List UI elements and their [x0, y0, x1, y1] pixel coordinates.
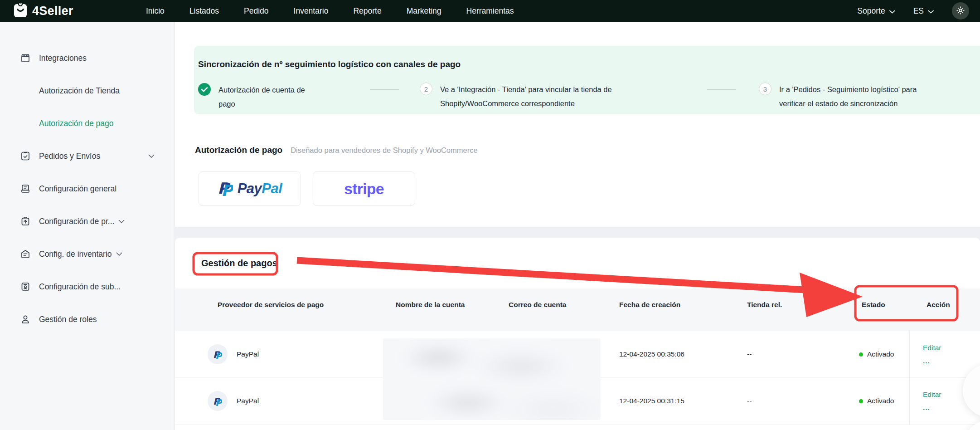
step-label: Ve a 'Integración - Tienda' para vincula…: [440, 83, 613, 111]
sidebar-item-label: Autorización de Tienda: [39, 86, 120, 96]
nav-inventario[interactable]: Inventario: [294, 6, 329, 16]
brand[interactable]: 4Seller: [14, 0, 73, 22]
check-circle-icon: [198, 83, 211, 98]
person-icon: [20, 314, 31, 325]
chevron-down-icon: [118, 220, 125, 224]
nav-inicio[interactable]: Inicio: [146, 6, 165, 16]
col-action: Acción: [927, 298, 950, 312]
printer-icon: [20, 183, 31, 194]
brand-name: 4Seller: [32, 4, 73, 18]
settings-button[interactable]: [952, 2, 969, 20]
storefront-icon: [20, 53, 31, 64]
step-1: Autorización de cuenta de pago: [198, 83, 315, 111]
paypal-mark-icon: P P: [218, 179, 233, 199]
nav-herramientas[interactable]: Herramientas: [466, 6, 514, 16]
col-store: Tienda rel.: [747, 298, 782, 312]
paypal-logo-icon: P P: [208, 391, 228, 411]
paypal-card[interactable]: P P PayPal: [199, 171, 301, 206]
provider-cell: P P PayPal: [208, 391, 259, 411]
store-cell: --: [747, 350, 752, 358]
provider-name: PayPal: [237, 350, 259, 358]
svg-text:P: P: [221, 181, 233, 197]
payment-auth-header: Autorización de pago Diseñado para vende…: [195, 145, 478, 155]
step-connector: [707, 89, 736, 90]
action-cell: Editar ...: [923, 341, 941, 367]
col-provider: Proveedor de servicios de pago: [218, 298, 324, 312]
navbar-right: Soporte ES: [857, 0, 969, 22]
language-label: ES: [913, 6, 924, 16]
nav-listados[interactable]: Listados: [189, 6, 219, 16]
nav-marketing[interactable]: Marketing: [407, 6, 441, 16]
chevron-down-icon: [928, 6, 934, 16]
created-cell: 12-04-2025 00:31:15: [619, 397, 684, 405]
paypal-logo-icon: P P: [208, 344, 228, 364]
sidebar-item-configuracion-productos[interactable]: Configuración de pr...: [0, 205, 174, 238]
top-navbar: 4Seller Inicio Listados Pedido Inventari…: [0, 0, 980, 22]
more-actions-button[interactable]: ...: [923, 401, 941, 414]
status-dot: [859, 399, 863, 403]
clipboard-up-icon: [20, 216, 31, 227]
step-number: 3: [759, 83, 771, 95]
step-label: Ir a 'Pedidos - Seguimiento logístico' p…: [779, 83, 935, 111]
soporte-menu[interactable]: Soporte: [857, 6, 895, 16]
chevron-down-icon: [116, 252, 122, 256]
payments-title: Gestión de pagos: [201, 258, 277, 269]
svg-text:P: P: [215, 397, 222, 406]
status-cell: Activado: [859, 350, 894, 358]
status-text: Activado: [867, 397, 894, 405]
sidebar-item-autorizacion-pago[interactable]: Autorización de pago: [0, 107, 174, 140]
sidebar-item-gestion-roles[interactable]: Gestión de roles: [0, 303, 174, 336]
status-text: Activado: [867, 350, 894, 358]
soporte-label: Soporte: [857, 6, 885, 16]
sidebar-item-label: Configuración de sub...: [39, 282, 121, 292]
edit-link[interactable]: Editar: [923, 388, 941, 401]
chevron-down-icon: [148, 154, 155, 158]
4seller-logo-icon: [14, 2, 27, 20]
sidebar-item-config-inventario[interactable]: Config. de inventario: [0, 238, 174, 270]
sidebar-item-integraciones[interactable]: Integraciones: [0, 42, 174, 74]
step-connector: [370, 89, 399, 90]
provider-name: PayPal: [237, 397, 259, 405]
svg-text:P: P: [215, 351, 222, 360]
language-menu[interactable]: ES: [913, 6, 934, 16]
sync-steps-banner: Sincronización de nº seguimiento logísti…: [194, 46, 980, 114]
section-subtitle: Diseñado para vendedores de Shopify y Wo…: [291, 146, 477, 155]
status-cell: Activado: [859, 397, 894, 405]
sidebar-item-configuracion-general[interactable]: Configuración general: [0, 172, 174, 205]
sidebar: Integraciones Autorización de Tienda Aut…: [0, 22, 174, 430]
nav-pedido[interactable]: Pedido: [244, 6, 269, 16]
table-header: Proveedor de servicios de pago Nombre de…: [175, 288, 980, 331]
sidebar-item-label: Configuración general: [39, 184, 116, 194]
redacted-account-info: [383, 338, 601, 420]
edit-link[interactable]: Editar: [923, 341, 941, 354]
sidebar-item-label: Gestión de roles: [39, 315, 97, 324]
sidebar-item-label: Autorización de pago: [39, 119, 113, 128]
sidebar-item-label: Integraciones: [39, 54, 87, 63]
step-number: 2: [420, 83, 432, 95]
stripe-card[interactable]: stripe: [313, 171, 415, 206]
orders-icon: [20, 151, 31, 161]
banner-title: Sincronización de nº seguimiento logísti…: [198, 59, 461, 69]
gear-icon: [956, 5, 965, 17]
action-cell: Editar ...: [923, 388, 941, 414]
sidebar-item-label: Config. de inventario: [39, 249, 112, 259]
sidebar-item-configuracion-sub[interactable]: Configuración de sub...: [0, 270, 174, 303]
sticky-column-divider: [909, 331, 910, 425]
warehouse-icon: [20, 249, 31, 259]
sidebar-item-label: Configuración de pr...: [39, 217, 114, 226]
nav-reporte[interactable]: Reporte: [353, 6, 381, 16]
step-3: 3 Ir a 'Pedidos - Seguimiento logístico'…: [759, 83, 935, 111]
sidebar-item-autorizacion-tienda[interactable]: Autorización de Tienda: [0, 74, 174, 107]
status-dot: [859, 352, 863, 357]
paypal-wordmark: PayPal: [238, 181, 282, 197]
col-account-name: Nombre de la cuenta: [396, 298, 475, 312]
provider-cards: P P PayPal stripe: [199, 171, 415, 206]
step-2: 2 Ve a 'Integración - Tienda' para vincu…: [420, 83, 613, 111]
4seller-app: 4Seller Inicio Listados Pedido Inventari…: [0, 0, 980, 430]
col-created: Fecha de creación: [619, 298, 680, 312]
more-actions-button[interactable]: ...: [923, 354, 941, 367]
store-cell: --: [747, 397, 752, 405]
main-nav: Inicio Listados Pedido Inventario Report…: [146, 0, 514, 22]
stripe-wordmark: stripe: [344, 180, 384, 198]
sidebar-item-pedidos-envios[interactable]: Pedidos y Envíos: [0, 140, 174, 172]
